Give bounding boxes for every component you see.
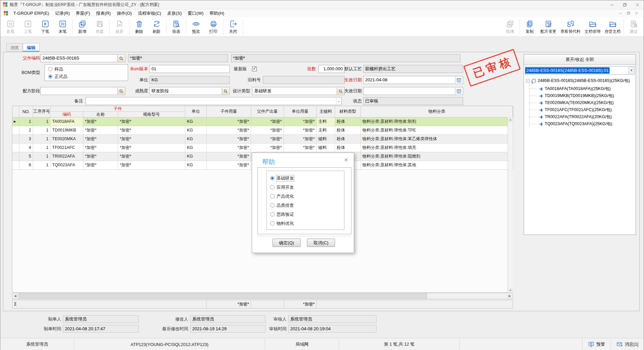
menu-record[interactable]: 记录(R) xyxy=(52,9,73,17)
table-row[interactable]: 3 1 TE0020MKA *加密* *加密* KG *加密* *加密* *加密… xyxy=(12,135,513,144)
tree-child-label: TD0019MKB(TD0019MKB)(25KG/包) xyxy=(545,93,614,99)
bom-version-combo[interactable]: 2485B-ESS-0016S(2485B-ESS-0016S):01 ▼ xyxy=(525,66,635,75)
alert-button[interactable]: 预警 xyxy=(582,338,611,350)
design-type-input[interactable]: 基础研发 xyxy=(252,87,345,95)
parent-code-lookup-button[interactable] xyxy=(117,55,125,62)
tab-browse[interactable]: 浏览 xyxy=(6,43,23,52)
row-indicator xyxy=(12,126,19,135)
svg-text:31: 31 xyxy=(458,90,460,93)
tree-child-node[interactable]: TF0021AFC(TF0021AFC)(25KG/包) xyxy=(524,106,636,113)
formula-stage-lookup-button[interactable] xyxy=(117,88,125,94)
latest-version-checkbox[interactable] xyxy=(252,67,257,71)
audit-time-label: 审核时间 xyxy=(243,325,287,333)
cell-no: 4 xyxy=(19,144,33,152)
formula-change-button[interactable]: 配方变更 xyxy=(538,17,558,36)
table-row[interactable]: 2 1 TD0019MKB *加密* *加密* KG *加密* *加密* *加密… xyxy=(12,126,513,135)
bom-version-input[interactable]: 01 xyxy=(149,65,230,73)
maturity-input[interactable]: 研发阶段 xyxy=(149,87,230,95)
tree-child-node[interactable]: TD0019MKB(TD0019MKB)(25KG/包) xyxy=(524,92,636,99)
parent-code-input[interactable]: 2485B-ESS-0016S xyxy=(40,54,125,62)
dialog-radio-option[interactable]: 产品优化 xyxy=(267,192,344,201)
expand-collapse-all-button[interactable]: 展开/收起 全部 xyxy=(524,55,636,65)
mdi-close-button[interactable] xyxy=(632,12,640,15)
doc-manage-button[interactable]: 文档管理 xyxy=(582,17,603,36)
menu-skin[interactable]: 皮肤(S) xyxy=(164,9,185,17)
menu-tgroup-erp[interactable]: T-GROUP ERP(E) xyxy=(10,9,52,17)
encrypted-field-1: *加密* xyxy=(128,54,228,62)
cell-process-no: 1 xyxy=(33,117,50,126)
preview-button[interactable]: 预览 xyxy=(187,17,205,36)
dialog-radio-option[interactable]: 基础研发 xyxy=(267,174,344,183)
view-substitute-button[interactable]: 查看替代料 xyxy=(558,17,582,36)
cell-unit-usage: *加密* xyxy=(284,126,317,135)
menu-window[interactable]: 窗口(W) xyxy=(185,9,207,17)
close-form-button[interactable]: 关闭 xyxy=(224,17,242,36)
header-no: NO. xyxy=(19,106,33,117)
restore-button[interactable] xyxy=(618,0,631,9)
dialog-option-label: 思路验证 xyxy=(277,211,294,217)
ok-button[interactable]: 确定(Q) xyxy=(273,239,301,247)
scroll-down-icon[interactable]: ▼ xyxy=(508,288,513,293)
cell-child-usage: *加密* xyxy=(207,135,251,144)
menu-help[interactable]: 帮助(H) xyxy=(206,9,227,17)
effective-date-calendar-button[interactable]: 31 xyxy=(455,77,462,83)
tree-child-node[interactable]: TQ0023AFA(TQ0023AFA)(25KG/包) xyxy=(524,120,636,127)
scroll-up-icon[interactable]: ▲ xyxy=(508,117,513,122)
cell-child-usage: *加密* xyxy=(207,126,251,135)
maturity-lookup-button[interactable] xyxy=(222,88,229,94)
refresh-button[interactable]: 刷新 xyxy=(148,17,165,36)
table-vertical-scrollbar[interactable]: ▲ ▼ xyxy=(508,117,513,293)
remark-input[interactable]: ▲▼ xyxy=(86,97,342,105)
print-button[interactable]: 打印 xyxy=(205,17,222,36)
minimize-button[interactable] xyxy=(606,0,618,9)
table-row[interactable]: 1 1 TA0018AFA *加密* *加密* KG *加密* *加密* *加密… xyxy=(12,117,513,126)
tree-child-node[interactable]: TR0022AFA(TR0022AFA)(20KG/包) xyxy=(524,113,636,120)
add-icon xyxy=(78,20,87,28)
delete-button[interactable]: 删除 xyxy=(130,17,148,36)
menu-flow-audit[interactable]: 流程审核(C) xyxy=(135,9,164,17)
tab-edit[interactable]: 编辑 xyxy=(23,43,39,52)
pass-button: 通过 xyxy=(625,17,642,36)
tree-root-node[interactable]: − 2485B-ESS-0016S(2485B-ESS-0016S)(25KG/… xyxy=(526,78,630,84)
next-record-button[interactable]: 下笔 xyxy=(36,17,54,36)
cell-code: TD0019MKB xyxy=(50,126,83,135)
expiry-date-input[interactable]: 31 xyxy=(363,87,463,95)
bom-type-sample-radio[interactable]: 样品 xyxy=(48,66,63,73)
inventory-doc-button[interactable]: 存货文档 xyxy=(603,17,623,36)
scrollbar-thumb[interactable] xyxy=(18,293,427,298)
scroll-left-icon[interactable]: ◀ xyxy=(12,293,18,299)
tree-child-node[interactable]: TA0018AFA(TA0018AFA)(25KG/包) xyxy=(524,85,636,92)
menu-operate[interactable]: 操作(O) xyxy=(114,9,135,17)
expiry-date-calendar-button[interactable]: 31 xyxy=(455,88,462,94)
menu-report[interactable]: 报表(R) xyxy=(93,9,114,17)
dialog-radio-option[interactable]: 品质排查 xyxy=(267,201,344,210)
message-button[interactable]: 消息[1] xyxy=(611,338,644,350)
effective-date-input[interactable]: 2021-04-08 31 xyxy=(363,76,463,84)
formula-stage-input[interactable] xyxy=(40,87,125,95)
close-button[interactable] xyxy=(631,0,644,9)
table-row[interactable]: 4 1 TF0021AFC *加密* *加密* KG *加密* *加密* *加密… xyxy=(12,144,513,152)
cancel-button[interactable]: 取消(C) xyxy=(307,239,335,247)
mdi-minimize-button[interactable] xyxy=(616,12,624,15)
menu-interface[interactable]: 界面(F) xyxy=(73,9,93,17)
add-button[interactable]: 新增 xyxy=(74,17,91,36)
scroll-right-icon[interactable]: ▶ xyxy=(507,293,513,299)
dialog-radio-option[interactable]: 应用开发 xyxy=(267,183,344,192)
last-record-button[interactable]: 末笔 xyxy=(54,17,71,36)
radio-icon xyxy=(48,74,52,79)
mdi-restore-button[interactable] xyxy=(624,12,632,15)
filter-button[interactable]: 筛选 xyxy=(168,17,185,36)
copy-button[interactable]: 复制 xyxy=(521,17,538,36)
tree-child-node[interactable]: TE0020MKA(TE0020MKA)(25KG/包) xyxy=(524,99,636,106)
collapse-expander-icon[interactable]: − xyxy=(526,79,530,83)
dialog-close-icon[interactable] xyxy=(343,157,349,163)
table-horizontal-scrollbar[interactable]: ◀ ▶ xyxy=(12,293,513,299)
cell-spec: *加密* xyxy=(118,126,185,135)
bom-type-formal-radio[interactable]: 正式品 xyxy=(48,73,68,80)
dialog-radio-option[interactable]: 思路验证 xyxy=(267,210,344,219)
chevron-down-icon[interactable]: ▼ xyxy=(628,67,634,74)
mdi-restore-icon xyxy=(627,12,630,15)
dialog-radio-option[interactable]: 物料优化 xyxy=(267,219,344,228)
inventory-folder-icon xyxy=(609,20,617,28)
cell-code: TE0020MKA xyxy=(50,135,83,144)
